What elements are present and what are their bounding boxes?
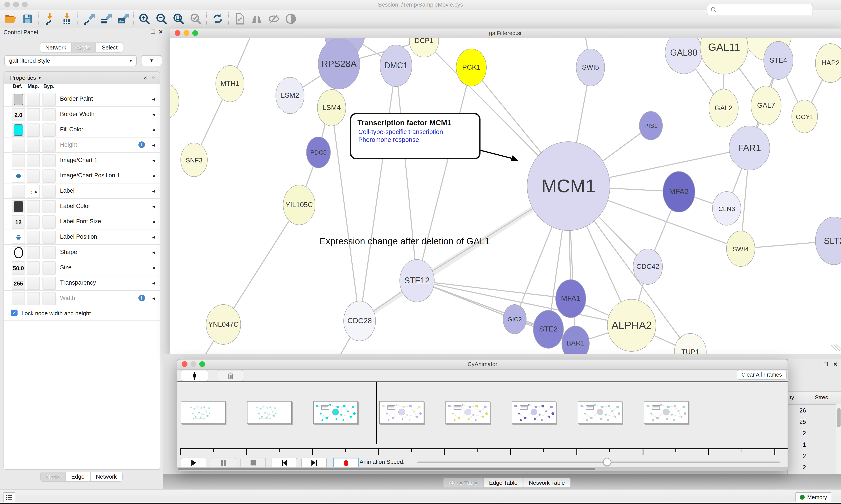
map-cell[interactable] xyxy=(27,215,40,229)
search-network-icon[interactable] xyxy=(250,12,263,25)
property-row[interactable]: ⋮▸Label◂ xyxy=(4,183,160,199)
property-row[interactable]: 12Label Font Size◂ xyxy=(4,214,160,230)
def-cell[interactable] xyxy=(12,154,25,167)
frame-thumbnail-4[interactable] xyxy=(446,401,490,424)
frame-thumbnail-7[interactable] xyxy=(644,401,688,424)
go-to-start-button[interactable] xyxy=(272,457,297,468)
expand-row-icon[interactable]: ◂ xyxy=(152,122,155,137)
property-row[interactable]: 255Transparency◂ xyxy=(4,275,160,291)
property-row[interactable]: 50.0Size◂ xyxy=(4,260,160,275)
expand-row-icon[interactable]: ◂ xyxy=(152,91,155,106)
column-stress[interactable]: Stres xyxy=(815,394,828,401)
lock-checkbox[interactable]: ✓ xyxy=(11,310,18,316)
close-window-icon[interactable] xyxy=(182,361,187,367)
expand-row-icon[interactable]: ◂ xyxy=(152,291,155,306)
byp-cell[interactable] xyxy=(42,246,56,259)
def-cell[interactable] xyxy=(12,139,25,152)
close-window-icon[interactable] xyxy=(175,30,180,36)
export-network-icon[interactable] xyxy=(82,12,95,25)
zoom-in-icon[interactable] xyxy=(138,12,151,25)
network-file-icon[interactable] xyxy=(233,12,246,25)
open-session-icon[interactable] xyxy=(4,12,17,25)
zoom-window-icon[interactable] xyxy=(199,361,205,367)
property-row[interactable]: Image/Chart Position 1◂ xyxy=(4,168,160,183)
map-cell[interactable]: ⋮▸ xyxy=(27,185,40,198)
byp-cell[interactable] xyxy=(42,108,56,121)
property-row[interactable]: Label Color◂ xyxy=(4,199,160,214)
def-cell[interactable] xyxy=(12,124,25,137)
frame-thumbnail-0[interactable] xyxy=(181,401,226,424)
byp-cell[interactable] xyxy=(42,185,56,198)
add-frame-button[interactable] xyxy=(181,370,208,381)
hide-graphics-icon[interactable] xyxy=(267,12,280,25)
search-input[interactable] xyxy=(707,4,813,15)
zoom-window-icon[interactable] xyxy=(22,2,28,7)
expand-all-icon[interactable]: » xyxy=(143,76,149,79)
minimize-window-icon[interactable] xyxy=(13,2,19,7)
tab-node[interactable]: Node xyxy=(40,472,66,482)
map-cell[interactable] xyxy=(27,169,40,183)
stop-button[interactable] xyxy=(240,457,266,468)
def-cell[interactable] xyxy=(12,200,25,213)
float-panel-icon[interactable]: ❐ xyxy=(151,29,156,35)
def-cell[interactable] xyxy=(12,185,25,198)
def-cell[interactable] xyxy=(12,292,25,305)
property-row[interactable]: Fill Color◂ xyxy=(4,122,160,138)
byp-cell[interactable] xyxy=(42,93,56,106)
byp-cell[interactable] xyxy=(42,262,56,274)
expand-row-icon[interactable]: ◂ xyxy=(152,245,155,260)
style-options-button[interactable]: ▼ xyxy=(141,55,162,66)
expand-row-icon[interactable]: ◂ xyxy=(152,153,155,168)
save-session-icon[interactable] xyxy=(21,12,34,25)
close-window-icon[interactable] xyxy=(4,2,10,7)
zoom-out-icon[interactable] xyxy=(155,12,168,25)
map-cell[interactable] xyxy=(27,93,40,106)
tab-style[interactable]: Style xyxy=(72,42,96,53)
property-row[interactable]: 2.0Border Width◂ xyxy=(4,107,160,122)
clear-all-frames-button[interactable]: Clear All Frames xyxy=(737,370,787,380)
map-cell[interactable] xyxy=(27,124,40,137)
style-selector[interactable]: galFiltered Style ▾ xyxy=(4,55,137,66)
expand-row-icon[interactable]: ◂ xyxy=(152,138,155,152)
frame-thumbnail-3[interactable] xyxy=(379,401,424,424)
def-cell[interactable] xyxy=(12,246,25,259)
float-panel-icon[interactable]: ❐ xyxy=(823,361,828,367)
byp-cell[interactable] xyxy=(42,231,56,244)
map-cell[interactable] xyxy=(27,246,40,259)
animation-speed-thumb[interactable] xyxy=(603,458,611,466)
property-row[interactable]: Border Paint◂ xyxy=(4,91,160,107)
zoom-fit-icon[interactable] xyxy=(172,12,185,25)
def-cell[interactable] xyxy=(12,93,25,106)
expand-row-icon[interactable]: ◂ xyxy=(152,199,155,214)
byp-cell[interactable] xyxy=(42,169,56,183)
property-row[interactable]: Image/Chart 1◂ xyxy=(4,153,160,168)
expand-row-icon[interactable]: ◂ xyxy=(152,230,155,244)
property-row[interactable]: Heighti◂ xyxy=(4,138,160,153)
frame-thumbnail-6[interactable] xyxy=(578,401,622,424)
cyanimator-timeline[interactable]: 0123456789 Seconds xyxy=(177,382,788,456)
frame-thumbnail-5[interactable] xyxy=(512,401,556,424)
tab-network-bottom[interactable]: Network xyxy=(90,472,122,482)
expand-row-icon[interactable]: ◂ xyxy=(152,260,155,275)
zoom-selected-icon[interactable] xyxy=(189,12,202,25)
timeline-playhead[interactable] xyxy=(376,382,376,444)
def-cell[interactable]: 255 xyxy=(12,277,25,290)
tab-select[interactable]: Select xyxy=(96,42,123,53)
map-cell[interactable] xyxy=(27,292,40,305)
table-scrollbar-thumb[interactable] xyxy=(837,408,841,427)
byp-cell[interactable] xyxy=(42,154,56,167)
annotation-link[interactable]: Cell-type-specific transcription xyxy=(358,128,479,135)
minimize-window-icon[interactable] xyxy=(183,30,189,36)
tab-network[interactable]: Network xyxy=(40,42,72,53)
map-cell[interactable] xyxy=(27,231,40,244)
expand-row-icon[interactable]: ◂ xyxy=(152,275,155,290)
frame-thumbnail-1[interactable] xyxy=(247,401,292,424)
byp-cell[interactable] xyxy=(42,277,56,290)
export-image-icon[interactable] xyxy=(116,12,129,25)
cyanimator-scrollbar[interactable] xyxy=(177,467,788,471)
animation-speed-slider[interactable] xyxy=(417,462,780,463)
tab-node-table[interactable]: Node Table xyxy=(443,478,483,488)
map-cell[interactable] xyxy=(27,139,40,152)
tab-edge-table[interactable]: Edge Table xyxy=(483,478,523,488)
refresh-icon[interactable] xyxy=(211,12,224,25)
